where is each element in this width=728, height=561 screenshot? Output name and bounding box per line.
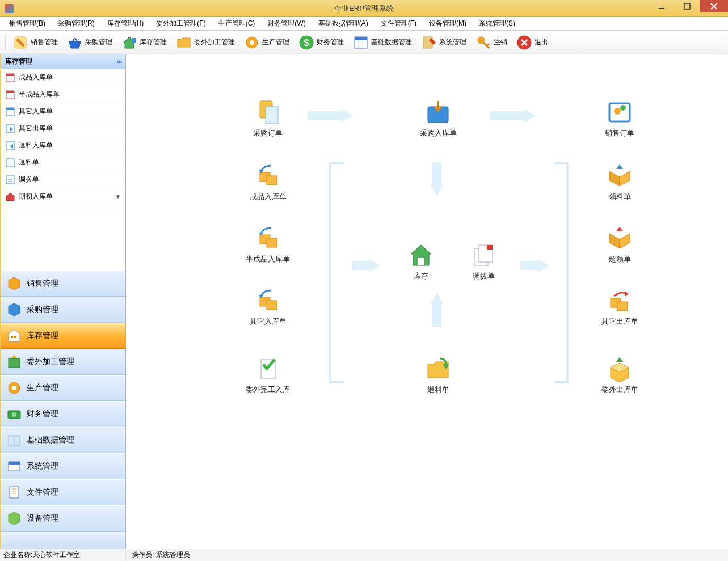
svg-rect-11 xyxy=(355,37,367,40)
minimize-button[interactable] xyxy=(649,0,674,12)
svg-point-7 xyxy=(250,40,254,45)
sidebar-item-finished-in[interactable]: 成品入库单 xyxy=(1,69,125,86)
toolbar-sales[interactable]: 销售管理 xyxy=(8,33,62,52)
window-icon xyxy=(6,458,22,474)
svg-text:$: $ xyxy=(304,38,309,48)
toolbar-label: 注销 xyxy=(494,37,507,47)
flow-outsource-done-in[interactable]: 委外完工入库 xyxy=(239,355,296,395)
acc-purchase[interactable]: 采购管理 xyxy=(1,297,125,323)
acc-finance[interactable]: 财务管理 xyxy=(1,401,125,427)
close-button[interactable] xyxy=(700,0,728,12)
status-company-value: 天心软件工作室 xyxy=(32,551,80,559)
flow-outsource-out[interactable]: 委外出库单 xyxy=(591,355,648,395)
window-controls xyxy=(649,0,728,12)
flow-store[interactable]: 库存 xyxy=(393,242,449,281)
sidebar-item-label: 退料单 xyxy=(19,158,39,167)
flow-transfer[interactable]: 调拨单 xyxy=(455,242,512,281)
sidebar-item-return-in[interactable]: 退料入库单 xyxy=(1,137,125,154)
menu-system[interactable]: 系统管理(S) xyxy=(473,17,521,30)
menu-basedata[interactable]: 基础数据管理(A) xyxy=(313,17,374,30)
doc-icon xyxy=(5,90,15,100)
svg-rect-26 xyxy=(6,176,14,184)
sidebar-item-initial-in[interactable]: 期初入库单▼ xyxy=(1,188,125,205)
app-icon xyxy=(5,4,14,13)
doc-icon xyxy=(5,141,15,151)
acc-sales[interactable]: 销售管理 xyxy=(1,271,125,297)
doc-check-icon xyxy=(254,355,281,382)
acc-label: 财务管理 xyxy=(27,409,58,419)
toolbar-production[interactable]: 生产管理 xyxy=(239,33,294,52)
bracket-right xyxy=(554,162,569,383)
flow-purchase-order[interactable]: 采购订单 xyxy=(239,99,296,138)
acc-basedata[interactable]: 基础数据管理 xyxy=(1,427,125,453)
status-company: 企业名称:天心软件工作室 xyxy=(0,550,126,560)
basket-icon xyxy=(67,35,83,50)
flow-finished-in[interactable]: 成品入库单 xyxy=(239,162,296,202)
toolbar-outsource[interactable]: 委外加工管理 xyxy=(171,33,239,52)
key-icon xyxy=(475,35,491,50)
toolbar-inventory[interactable]: 库存管理 xyxy=(117,33,171,52)
maximize-button[interactable] xyxy=(674,0,700,12)
sidebar-item-label: 半成品入库单 xyxy=(19,90,60,99)
flow-other-in[interactable]: 其它入库单 xyxy=(239,287,296,327)
sidebar-item-transfer[interactable]: 调拨单 xyxy=(1,171,125,188)
menu-files[interactable]: 文件管理(F) xyxy=(375,17,422,30)
acc-inventory[interactable]: 库存管理 xyxy=(1,323,125,349)
sidebar-item-return[interactable]: 退料单 xyxy=(1,154,125,171)
flow-pick[interactable]: 领料单 xyxy=(591,162,648,202)
gear2-icon xyxy=(6,380,22,396)
flow-semi-in[interactable]: 半成品入库单 xyxy=(239,225,296,264)
sidebar-item-other-in[interactable]: 其它入库单 xyxy=(1,103,125,120)
svg-rect-50 xyxy=(418,258,424,265)
menu-device[interactable]: 设备管理(M) xyxy=(423,17,472,30)
acc-device[interactable]: 设备管理 xyxy=(1,505,125,532)
menu-production[interactable]: 生产管理(C) xyxy=(213,17,261,30)
sidebar-header[interactable]: 库存管理 «« xyxy=(1,54,125,69)
doc-icon xyxy=(5,73,15,83)
sidebar-item-label: 其它出库单 xyxy=(19,124,53,133)
toolbar-label: 生产管理 xyxy=(262,37,289,47)
menu-outsource[interactable]: 委外加工管理(F) xyxy=(150,17,211,30)
sidebar-item-semi-in[interactable]: 半成品入库单 xyxy=(1,86,125,103)
menu-inventory[interactable]: 库存管理(H) xyxy=(102,17,150,30)
svg-rect-48 xyxy=(267,301,277,310)
flow-label: 领料单 xyxy=(609,192,631,202)
collapse-icon[interactable]: «« xyxy=(117,58,121,65)
flow-purchase-in[interactable]: 采购入库单 xyxy=(410,99,466,138)
flow-other-out[interactable]: 其它出库单 xyxy=(591,287,648,327)
toolbar-label: 财务管理 xyxy=(317,37,344,47)
sidebar: 库存管理 «« 成品入库单 半成品入库单 其它入库单 其它出库单 退料入库单 退… xyxy=(0,54,126,549)
acc-files[interactable]: 文件管理 xyxy=(1,479,125,505)
menu-purchase[interactable]: 采购管理(R) xyxy=(52,17,100,30)
sidebar-item-other-out[interactable]: 其它出库单 xyxy=(1,120,125,137)
titlebar: 企业ERP管理系统 xyxy=(0,0,728,17)
toolbar-finance[interactable]: $财务管理 xyxy=(294,33,348,52)
acc-system[interactable]: 系统管理 xyxy=(1,453,125,479)
edit-icon xyxy=(12,35,28,50)
toolbar-basedata[interactable]: 基础数据管理 xyxy=(348,33,416,52)
svg-rect-44 xyxy=(267,176,277,185)
toolbar-label: 退出 xyxy=(535,37,548,47)
svg-rect-1 xyxy=(684,3,690,9)
flow-sales-order[interactable]: 销售订单 xyxy=(591,99,648,138)
scroll-down-icon[interactable]: ▼ xyxy=(115,193,121,200)
menu-sales[interactable]: 销售管理(B) xyxy=(3,17,51,30)
arrow-right-icon xyxy=(520,259,549,272)
toolbar-purchase[interactable]: 采购管理 xyxy=(62,33,117,52)
flow-return-material[interactable]: 退料单 xyxy=(410,355,466,395)
toolbar-label: 采购管理 xyxy=(85,37,112,47)
acc-outsource[interactable]: 委外加工管理 xyxy=(1,349,125,375)
toolbar-system[interactable]: 系统管理 xyxy=(416,33,471,52)
cube-icon xyxy=(6,276,22,292)
svg-rect-25 xyxy=(6,159,14,167)
menu-finance[interactable]: 财务管理(W) xyxy=(262,17,311,30)
toolbar-exit[interactable]: 退出 xyxy=(512,33,553,52)
toolbar-logout[interactable]: 注销 xyxy=(471,33,512,52)
toolbar: 销售管理 采购管理 库存管理 委外加工管理 生产管理 $财务管理 基础数据管理 … xyxy=(0,31,728,54)
flow-label: 委外出库单 xyxy=(601,385,638,395)
acc-production[interactable]: 生产管理 xyxy=(1,375,125,401)
cube-icon xyxy=(6,302,22,318)
flow-overpick[interactable]: 超领单 xyxy=(591,225,648,264)
doc-icon xyxy=(5,175,15,185)
sidebar-accordion: 销售管理 采购管理 库存管理 委外加工管理 生产管理 财务管理 基础数据管理 系… xyxy=(1,271,125,549)
